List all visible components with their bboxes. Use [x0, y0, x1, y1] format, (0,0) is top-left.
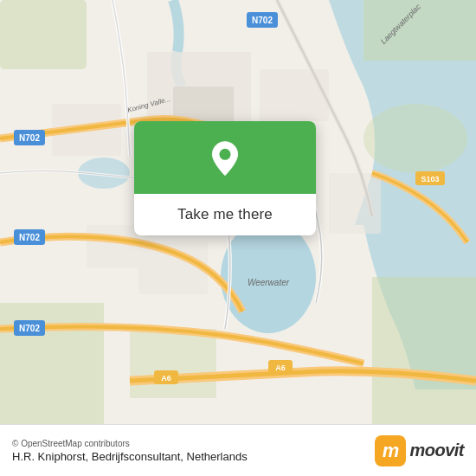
svg-point-1 — [221, 221, 316, 333]
svg-text:N702: N702 — [19, 324, 40, 333]
svg-text:A6: A6 — [275, 363, 286, 372]
moovit-m-icon: m — [375, 435, 406, 466]
svg-rect-3 — [0, 0, 87, 69]
svg-rect-11 — [260, 69, 329, 121]
svg-text:Weerwater: Weerwater — [248, 278, 290, 287]
moovit-name: moovit — [409, 441, 464, 460]
card-top-green — [134, 121, 316, 194]
svg-text:N702: N702 — [19, 133, 40, 143]
location-name: H.R. Kniphorst, Bedrijfsconsultant, Neth… — [12, 450, 248, 463]
osm-credit: © OpenStreetMap contributors — [12, 439, 248, 448]
footer-left: © OpenStreetMap contributors H.R. Knipho… — [12, 439, 248, 463]
svg-rect-6 — [372, 277, 476, 424]
take-me-button[interactable]: Take me there — [177, 206, 273, 223]
app: A6 A6 S103 N702 N702 N702 N702 — [0, 0, 476, 476]
location-pin-icon — [206, 140, 244, 178]
map-container[interactable]: A6 A6 S103 N702 N702 N702 N702 — [0, 0, 476, 424]
card-bottom: Take me there — [134, 194, 316, 235]
svg-rect-13 — [87, 225, 138, 268]
moovit-logo: m moovit — [375, 435, 464, 466]
svg-text:A6: A6 — [161, 374, 171, 383]
svg-point-33 — [219, 149, 230, 160]
svg-text:N702: N702 — [252, 16, 273, 25]
footer: © OpenStreetMap contributors H.R. Knipho… — [0, 424, 476, 476]
svg-text:S103: S103 — [421, 175, 439, 183]
svg-text:N702: N702 — [19, 233, 40, 242]
svg-rect-7 — [130, 329, 216, 398]
take-me-card: Take me there — [134, 121, 316, 235]
svg-rect-15 — [329, 173, 381, 234]
svg-point-8 — [363, 104, 467, 173]
